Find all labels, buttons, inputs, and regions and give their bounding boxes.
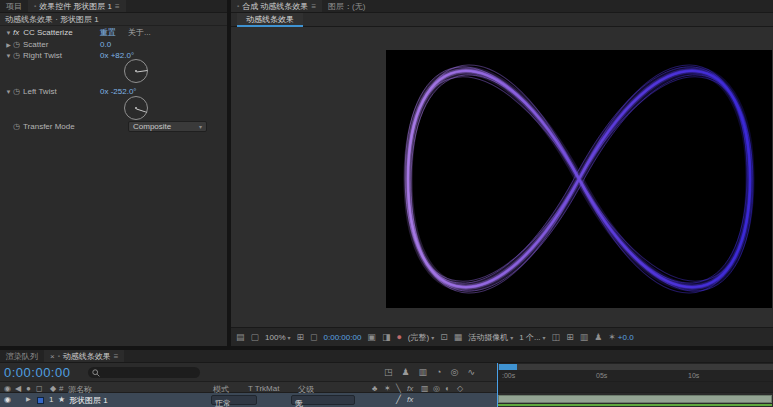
tab-composition[interactable]: ▪ 合成 动感线条效果 ≡ <box>231 0 322 12</box>
motion-blur-icon[interactable]: ◎ <box>451 367 459 377</box>
tab-layer-viewer-label: 图层：(无) <box>328 1 365 12</box>
monitor-icon[interactable]: ▢ <box>251 332 260 342</box>
label-column-icon[interactable]: ◆ <box>50 384 56 393</box>
flowchart-icon[interactable]: ♟ <box>594 332 602 342</box>
work-area-bar[interactable] <box>498 364 773 370</box>
layer-eye-icon[interactable]: ◉ <box>4 395 11 404</box>
twirl-down-icon[interactable]: ▼ <box>4 30 13 36</box>
adjustment-switch-icon[interactable]: ◐ <box>445 384 450 393</box>
close-icon[interactable]: × <box>50 352 55 361</box>
viewer-timecode[interactable]: 0:00:00:00 <box>324 333 362 342</box>
effects-switch-icon[interactable]: fx <box>407 384 413 393</box>
stopwatch-icon[interactable]: ◷ <box>13 40 20 49</box>
snapshot-icon[interactable]: ▣ <box>367 332 376 342</box>
solo-column-icon[interactable]: ● <box>26 384 31 393</box>
current-time-display[interactable]: 0:00:00:00 <box>4 365 70 380</box>
chevron-down-icon: ▾ <box>215 398 218 405</box>
mini-flowchart-icon[interactable]: ◳ <box>384 367 393 377</box>
zoom-value: 100% <box>265 333 285 342</box>
transparency-grid-icon[interactable]: ▦ <box>454 332 463 342</box>
comp-tab-strip: 动感线条效果 <box>231 13 773 27</box>
camera-value: 活动摄像机 <box>468 332 508 343</box>
effect-name[interactable]: CC Scatterize <box>23 28 72 37</box>
twirl-down-icon[interactable]: ▼ <box>4 89 13 95</box>
mini-timeline-icon[interactable]: ▥ <box>580 332 589 342</box>
tab-project[interactable]: 项目 <box>0 0 28 12</box>
channel-icon[interactable]: ● <box>396 332 401 342</box>
param-row-left-twist: ▼ ◷ Left Twist 0x -252.0° <box>0 86 227 97</box>
exposure-value: +0.0 <box>618 333 634 342</box>
pixel-aspect-icon[interactable]: ◫ <box>552 332 561 342</box>
always-preview-icon[interactable]: ▤ <box>236 332 245 342</box>
view-layout-select[interactable]: 1 个... ▾ <box>519 332 545 343</box>
parent-dropdown[interactable]: ◎ 无 ▾ <box>291 395 355 405</box>
ruler-label: 05s <box>596 372 607 379</box>
tab-timeline-comp[interactable]: × ▪ 动感线条效果 ≡ <box>44 350 124 362</box>
viewer-pasteboard[interactable] <box>231 27 773 327</box>
tab-effect-controls[interactable]: ▪ 效果控件 形状图层 1 ≡ <box>28 0 126 12</box>
lock-column-icon[interactable]: ◻ <box>36 384 43 393</box>
region-of-interest-icon[interactable]: ⊡ <box>440 332 448 342</box>
panel-menu-icon[interactable]: ≡ <box>115 2 120 11</box>
hide-shy-icon[interactable]: ▥ <box>419 367 428 377</box>
transfer-mode-dropdown[interactable]: Composite ▾ <box>128 121 207 132</box>
layer-duration-bar[interactable] <box>498 395 772 403</box>
index-column-header[interactable]: # <box>59 384 63 393</box>
layer-twirl-icon[interactable]: ▶ <box>26 395 31 402</box>
param-value[interactable]: 0x +82.0° <box>100 51 134 60</box>
resolution-value: (完整) <box>408 332 429 343</box>
blend-mode-dropdown[interactable]: 正常 ▾ <box>211 395 257 405</box>
fast-preview-icon[interactable]: ⊞ <box>566 332 574 342</box>
fx-badge-icon[interactable]: fx <box>13 28 19 37</box>
tab-layer-viewer[interactable]: 图层：(无) <box>322 0 371 12</box>
audio-column-icon[interactable]: ◀ <box>15 384 21 393</box>
show-snapshot-icon[interactable]: ◨ <box>382 332 391 342</box>
quality-switch-icon[interactable]: ╲ <box>396 384 401 393</box>
reset-link[interactable]: 重置 <box>100 27 116 38</box>
camera-select[interactable]: 活动摄像机 ▾ <box>468 332 513 343</box>
search-input[interactable] <box>88 367 200 378</box>
panel-menu-icon[interactable]: ≡ <box>311 2 316 11</box>
time-ruler[interactable]: :00s 05s 10s <box>497 363 773 381</box>
graph-editor-icon[interactable]: ∿ <box>467 367 475 377</box>
twirl-down-icon[interactable]: ▼ <box>4 53 13 59</box>
resolution-select[interactable]: (完整) ▾ <box>408 332 434 343</box>
threed-switch-icon[interactable]: ◇ <box>457 384 463 393</box>
tab-render-queue[interactable]: 渲染队列 <box>0 350 44 362</box>
active-comp-tab[interactable]: 动感线条效果 <box>237 13 303 27</box>
shy-switch-icon[interactable]: ♣ <box>372 384 377 393</box>
frame-blend-switch-icon[interactable]: ▥ <box>421 384 429 393</box>
exposure-control[interactable]: ✶ +0.0 <box>608 332 633 342</box>
mask-toggle-icon[interactable]: ◻ <box>310 332 317 342</box>
frame-blend-icon[interactable]: ◔ <box>436 367 441 377</box>
panel-menu-icon[interactable]: ≡ <box>114 352 119 361</box>
left-twist-dial[interactable] <box>124 96 148 120</box>
playhead-head[interactable] <box>499 364 517 370</box>
current-time-indicator[interactable] <box>497 363 498 407</box>
stopwatch-icon[interactable]: ◷ <box>13 122 20 131</box>
param-value[interactable]: 0.0 <box>100 40 111 49</box>
panel-grip-icon: ▪ <box>34 3 36 9</box>
right-twist-dial[interactable] <box>124 59 148 83</box>
stopwatch-icon[interactable]: ◷ <box>13 87 20 96</box>
grid-guides-icon[interactable]: ⊞ <box>297 332 305 342</box>
layer-fx-icon[interactable]: fx <box>407 395 413 404</box>
collapse-switch-icon[interactable]: ✶ <box>384 384 391 393</box>
eye-column-icon[interactable]: ◉ <box>4 384 11 393</box>
layer-name[interactable]: 形状图层 1 <box>69 395 108 406</box>
trkmat-column-header[interactable]: T TrkMat <box>248 384 279 393</box>
draft-3d-icon[interactable]: ♟ <box>402 367 410 377</box>
layer-quality-icon[interactable]: ╱ <box>396 395 401 404</box>
motion-blur-switch-icon[interactable]: ◎ <box>433 384 440 393</box>
twirl-right-icon[interactable]: ▶ <box>4 41 13 48</box>
param-label: Right Twist <box>23 51 62 60</box>
zoom-select[interactable]: 100% ▾ <box>265 333 290 342</box>
about-link[interactable]: 关于... <box>128 27 151 38</box>
param-value[interactable]: 0x -252.0° <box>100 87 137 96</box>
layer-label-swatch[interactable] <box>37 397 44 404</box>
composition-canvas[interactable] <box>386 50 772 308</box>
stopwatch-icon[interactable]: ◷ <box>13 51 20 60</box>
timeline-tabbar: 渲染队列 × ▪ 动感线条效果 ≡ <box>0 350 773 363</box>
effect-breadcrumb-label: 动感线条效果 · 形状图层 1 <box>5 14 99 25</box>
layer-row[interactable]: ◉ ▶ 1 ★ 形状图层 1 正常 ▾ ◎ 无 ▾ ╱ fx <box>0 393 497 407</box>
